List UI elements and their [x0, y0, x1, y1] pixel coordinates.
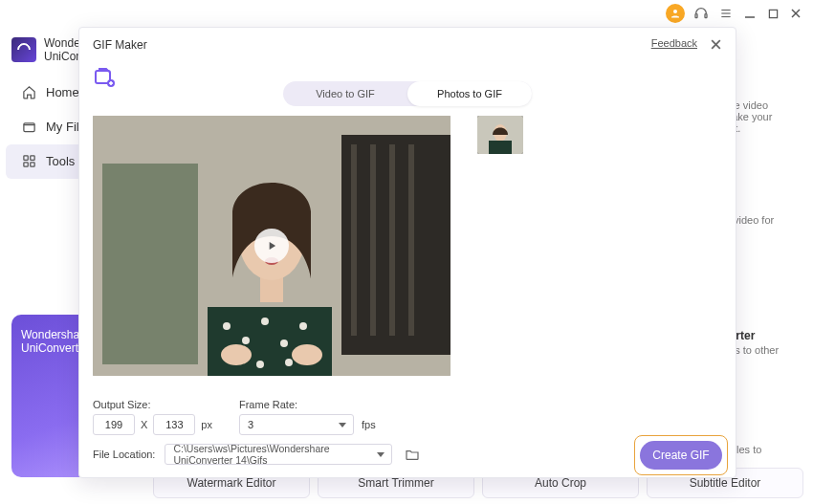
frame-rate-label: Frame Rate:	[239, 399, 376, 410]
svg-rect-14	[30, 163, 33, 166]
svg-point-30	[223, 322, 231, 330]
gif-maker-modal: GIF Maker Feedback Video to GIF Photos t…	[78, 27, 736, 478]
mode-tabs: Video to GIF Photos to GIF	[283, 81, 532, 106]
window-minimize-button[interactable]	[742, 6, 758, 21]
modal-header: GIF Maker Feedback	[79, 28, 736, 62]
svg-rect-25	[370, 144, 376, 336]
file-location-select[interactable]: C:\Users\ws\Pictures\Wondershare UniConv…	[165, 444, 392, 465]
play-icon[interactable]	[254, 229, 289, 263]
preview-panel[interactable]	[93, 116, 450, 376]
svg-rect-24	[351, 144, 357, 336]
frame-rate-select[interactable]: 3	[239, 414, 354, 435]
output-size-label: Output Size:	[93, 399, 212, 410]
feedback-link[interactable]: Feedback	[651, 37, 697, 49]
file-location-row: File Location: C:\Users\ws\Pictures\Wond…	[93, 441, 722, 468]
svg-rect-13	[23, 163, 27, 166]
window-titlebar	[666, 0, 813, 27]
svg-point-37	[285, 359, 293, 366]
window-close-button[interactable]	[788, 6, 803, 21]
svg-rect-1	[695, 14, 697, 18]
close-icon[interactable]	[707, 35, 724, 53]
size-unit: px	[201, 419, 212, 430]
modal-content	[93, 116, 722, 395]
svg-point-43	[292, 344, 322, 365]
svg-rect-28	[102, 164, 198, 364]
menu-icon[interactable]	[717, 5, 735, 22]
size-separator: X	[141, 419, 147, 430]
svg-point-42	[221, 344, 252, 365]
home-icon	[21, 85, 36, 100]
create-gif-button[interactable]: Create GIF	[640, 441, 722, 470]
sidebar-item-label: Tools	[46, 154, 75, 168]
user-avatar-icon[interactable]	[666, 4, 685, 23]
svg-point-33	[280, 340, 288, 347]
svg-rect-7	[769, 10, 777, 17]
brand-logo-icon	[11, 37, 36, 62]
svg-point-34	[299, 322, 307, 330]
tools-icon	[21, 154, 36, 169]
output-size-group: Output Size: X px	[93, 399, 212, 435]
svg-rect-27	[408, 144, 414, 336]
file-location-label: File Location:	[93, 449, 155, 460]
thumbnail-list	[477, 116, 523, 395]
svg-point-31	[242, 337, 250, 344]
svg-point-32	[261, 318, 269, 325]
output-width-input[interactable]	[93, 414, 135, 435]
frame-rate-group: Frame Rate: 3 fps	[239, 399, 376, 435]
add-media-icon[interactable]	[93, 66, 116, 89]
modal-title: GIF Maker	[93, 38, 147, 52]
files-icon	[21, 120, 36, 135]
tab-video-to-gif[interactable]: Video to GIF	[283, 81, 407, 106]
svg-point-36	[256, 361, 264, 368]
open-folder-icon[interactable]	[402, 444, 423, 465]
sidebar-item-label: Home	[46, 85, 79, 99]
svg-rect-46	[489, 141, 512, 154]
svg-rect-29	[208, 307, 332, 376]
frame-rate-unit: fps	[362, 419, 376, 430]
tab-photos-to-gif[interactable]: Photos to GIF	[407, 81, 532, 106]
svg-rect-26	[389, 144, 395, 336]
svg-rect-23	[341, 135, 450, 355]
output-controls: Output Size: X px Frame Rate: 3 fps	[93, 397, 722, 435]
window-maximize-button[interactable]	[765, 6, 780, 21]
svg-rect-11	[23, 156, 27, 160]
svg-point-0	[673, 10, 677, 13]
support-headset-icon[interactable]	[692, 5, 710, 22]
output-height-input[interactable]	[153, 414, 195, 435]
svg-rect-12	[30, 156, 33, 160]
svg-rect-2	[705, 14, 707, 18]
thumbnail[interactable]	[477, 116, 523, 154]
